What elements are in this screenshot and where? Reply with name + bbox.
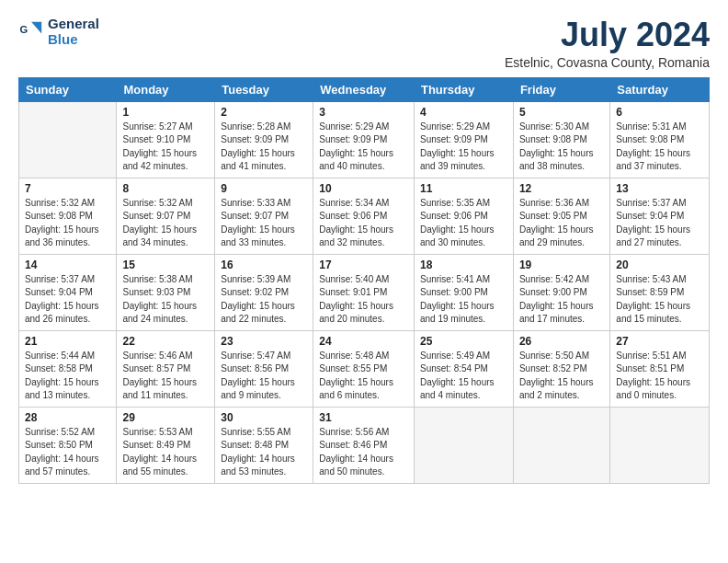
day-cell: 3Sunrise: 5:29 AMSunset: 9:09 PMDaylight… — [313, 101, 415, 178]
day-info: Sunrise: 5:35 AMSunset: 9:06 PMDaylight:… — [420, 197, 507, 250]
header: G General Blue July 2024 Estelnic, Covas… — [18, 17, 710, 70]
day-cell: 5Sunrise: 5:30 AMSunset: 9:08 PMDaylight… — [513, 101, 609, 178]
week-row-2: 7Sunrise: 5:32 AMSunset: 9:08 PMDaylight… — [19, 178, 710, 254]
week-row-3: 14Sunrise: 5:37 AMSunset: 9:04 PMDayligh… — [19, 254, 710, 330]
day-info: Sunrise: 5:49 AMSunset: 8:54 PMDaylight:… — [420, 350, 507, 403]
day-info: Sunrise: 5:47 AMSunset: 8:56 PMDaylight:… — [221, 350, 307, 403]
week-row-5: 28Sunrise: 5:52 AMSunset: 8:50 PMDayligh… — [19, 407, 710, 483]
day-cell: 31Sunrise: 5:56 AMSunset: 8:46 PMDayligh… — [313, 407, 415, 483]
day-cell: 16Sunrise: 5:39 AMSunset: 9:02 PMDayligh… — [215, 254, 313, 330]
day-info: Sunrise: 5:32 AMSunset: 9:07 PMDaylight:… — [122, 197, 209, 250]
weekday-header-monday: Monday — [117, 77, 215, 101]
day-cell: 27Sunrise: 5:51 AMSunset: 8:51 PMDayligh… — [610, 330, 710, 407]
day-number: 8 — [122, 182, 209, 195]
day-cell: 21Sunrise: 5:44 AMSunset: 8:58 PMDayligh… — [19, 330, 117, 407]
day-cell — [19, 101, 117, 178]
day-number: 18 — [420, 259, 507, 271]
day-cell: 9Sunrise: 5:33 AMSunset: 9:07 PMDaylight… — [215, 178, 313, 254]
day-cell — [414, 407, 513, 483]
day-number: 6 — [616, 106, 703, 119]
day-cell: 22Sunrise: 5:46 AMSunset: 8:57 PMDayligh… — [117, 330, 215, 407]
day-number: 25 — [420, 335, 507, 348]
day-info: Sunrise: 5:39 AMSunset: 9:02 PMDaylight:… — [221, 273, 307, 327]
page: G General Blue July 2024 Estelnic, Covas… — [0, 0, 728, 563]
day-cell: 4Sunrise: 5:29 AMSunset: 9:09 PMDaylight… — [414, 101, 513, 178]
day-info: Sunrise: 5:55 AMSunset: 8:48 PMDaylight:… — [221, 426, 307, 479]
day-cell: 11Sunrise: 5:35 AMSunset: 9:06 PMDayligh… — [414, 178, 513, 254]
day-cell: 26Sunrise: 5:50 AMSunset: 8:52 PMDayligh… — [513, 330, 609, 407]
day-number: 28 — [25, 411, 110, 424]
day-number: 31 — [319, 411, 408, 424]
day-info: Sunrise: 5:44 AMSunset: 8:58 PMDaylight:… — [25, 350, 110, 403]
weekday-header-thursday: Thursday — [414, 77, 513, 101]
day-info: Sunrise: 5:53 AMSunset: 8:49 PMDaylight:… — [122, 426, 209, 479]
day-number: 1 — [122, 106, 209, 119]
day-cell: 30Sunrise: 5:55 AMSunset: 8:48 PMDayligh… — [215, 407, 313, 483]
day-cell: 7Sunrise: 5:32 AMSunset: 9:08 PMDaylight… — [19, 178, 117, 254]
day-info: Sunrise: 5:30 AMSunset: 9:08 PMDaylight:… — [519, 121, 604, 174]
day-number: 24 — [319, 335, 408, 348]
day-info: Sunrise: 5:31 AMSunset: 9:08 PMDaylight:… — [616, 121, 703, 174]
day-number: 4 — [420, 106, 507, 119]
logo-text: General Blue — [48, 17, 99, 47]
day-info: Sunrise: 5:48 AMSunset: 8:55 PMDaylight:… — [319, 350, 408, 403]
day-number: 23 — [221, 335, 307, 348]
day-number: 11 — [420, 182, 507, 195]
day-cell: 24Sunrise: 5:48 AMSunset: 8:55 PMDayligh… — [313, 330, 415, 407]
svg-text:G: G — [19, 24, 28, 35]
day-cell: 14Sunrise: 5:37 AMSunset: 9:04 PMDayligh… — [19, 254, 117, 330]
day-number: 16 — [221, 259, 307, 271]
day-info: Sunrise: 5:41 AMSunset: 9:00 PMDaylight:… — [420, 273, 507, 327]
logo: G General Blue — [18, 17, 99, 47]
day-number: 14 — [25, 259, 110, 271]
day-cell: 2Sunrise: 5:28 AMSunset: 9:09 PMDaylight… — [215, 101, 313, 178]
day-info: Sunrise: 5:40 AMSunset: 9:01 PMDaylight:… — [319, 273, 408, 327]
title-block: July 2024 Estelnic, Covasna County, Roma… — [505, 17, 710, 70]
day-number: 29 — [122, 411, 209, 424]
day-info: Sunrise: 5:34 AMSunset: 9:06 PMDaylight:… — [319, 197, 408, 250]
day-number: 9 — [221, 182, 307, 195]
day-info: Sunrise: 5:28 AMSunset: 9:09 PMDaylight:… — [221, 121, 307, 174]
day-info: Sunrise: 5:43 AMSunset: 8:59 PMDaylight:… — [616, 273, 703, 327]
day-cell: 8Sunrise: 5:32 AMSunset: 9:07 PMDaylight… — [117, 178, 215, 254]
day-cell: 6Sunrise: 5:31 AMSunset: 9:08 PMDaylight… — [610, 101, 710, 178]
week-row-1: 1Sunrise: 5:27 AMSunset: 9:10 PMDaylight… — [19, 101, 710, 178]
day-info: Sunrise: 5:38 AMSunset: 9:03 PMDaylight:… — [122, 273, 209, 327]
calendar: SundayMondayTuesdayWednesdayThursdayFrid… — [18, 77, 710, 484]
month-title: July 2024 — [505, 17, 710, 53]
day-info: Sunrise: 5:56 AMSunset: 8:46 PMDaylight:… — [319, 426, 408, 479]
logo-line1: General — [48, 17, 99, 32]
weekday-header-friday: Friday — [513, 77, 609, 101]
day-info: Sunrise: 5:27 AMSunset: 9:10 PMDaylight:… — [122, 121, 209, 174]
day-info: Sunrise: 5:29 AMSunset: 9:09 PMDaylight:… — [420, 121, 507, 174]
weekday-header-saturday: Saturday — [610, 77, 710, 101]
day-number: 10 — [319, 182, 408, 195]
day-info: Sunrise: 5:52 AMSunset: 8:50 PMDaylight:… — [25, 426, 110, 479]
day-info: Sunrise: 5:29 AMSunset: 9:09 PMDaylight:… — [319, 121, 408, 174]
weekday-header-wednesday: Wednesday — [313, 77, 415, 101]
weekday-header-row: SundayMondayTuesdayWednesdayThursdayFrid… — [19, 77, 710, 101]
day-number: 15 — [122, 259, 209, 271]
day-info: Sunrise: 5:50 AMSunset: 8:52 PMDaylight:… — [519, 350, 604, 403]
day-number: 17 — [319, 259, 408, 271]
day-cell: 19Sunrise: 5:42 AMSunset: 9:00 PMDayligh… — [513, 254, 609, 330]
day-cell: 28Sunrise: 5:52 AMSunset: 8:50 PMDayligh… — [19, 407, 117, 483]
logo-line2: Blue — [48, 32, 99, 48]
day-info: Sunrise: 5:51 AMSunset: 8:51 PMDaylight:… — [616, 350, 703, 403]
day-info: Sunrise: 5:37 AMSunset: 9:04 PMDaylight:… — [25, 273, 110, 327]
day-number: 21 — [25, 335, 110, 348]
day-number: 22 — [122, 335, 209, 348]
day-number: 2 — [221, 106, 307, 119]
day-info: Sunrise: 5:33 AMSunset: 9:07 PMDaylight:… — [221, 197, 307, 250]
day-cell — [610, 407, 710, 483]
weekday-header-tuesday: Tuesday — [215, 77, 313, 101]
day-cell: 23Sunrise: 5:47 AMSunset: 8:56 PMDayligh… — [215, 330, 313, 407]
weekday-header-sunday: Sunday — [19, 77, 117, 101]
logo-icon: G — [18, 19, 44, 45]
day-cell: 10Sunrise: 5:34 AMSunset: 9:06 PMDayligh… — [313, 178, 415, 254]
day-number: 26 — [519, 335, 604, 348]
day-cell: 25Sunrise: 5:49 AMSunset: 8:54 PMDayligh… — [414, 330, 513, 407]
day-cell: 20Sunrise: 5:43 AMSunset: 8:59 PMDayligh… — [610, 254, 710, 330]
day-number: 20 — [616, 259, 703, 271]
location-title: Estelnic, Covasna County, Romania — [505, 55, 710, 70]
